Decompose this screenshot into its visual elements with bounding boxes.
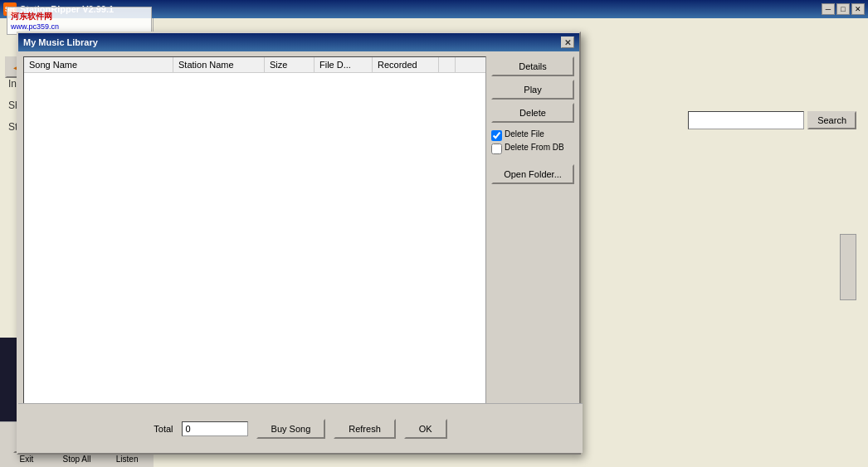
- play-button[interactable]: Play: [491, 80, 574, 100]
- col-station-name[interactable]: Station Name: [173, 57, 265, 72]
- modal-overlay: My Music Library ✕ Song Name Station Nam…: [0, 0, 868, 467]
- modal-sidebar: Details Play Delete Delete File D: [491, 56, 574, 448]
- refresh-button[interactable]: Refresh: [334, 419, 396, 439]
- open-folder-button[interactable]: Open Folder...: [491, 164, 574, 184]
- buy-song-button[interactable]: Buy Song: [256, 419, 326, 439]
- modal-list-area: Song Name Station Name Size File D... Re…: [23, 56, 486, 448]
- modal-list-content: [24, 73, 485, 447]
- delete-file-label: Delete File: [505, 129, 544, 139]
- delete-from-db-checkbox[interactable]: [491, 144, 502, 154]
- modal-body: Song Name Station Name Size File D... Re…: [18, 51, 579, 453]
- delete-from-db-checkbox-item: Delete From DB: [491, 143, 574, 154]
- col-file-date[interactable]: File D...: [315, 57, 373, 72]
- delete-button[interactable]: Delete: [491, 103, 574, 123]
- modal-titlebar: My Music Library ✕: [18, 33, 579, 51]
- modal-title: My Music Library: [23, 37, 98, 47]
- delete-file-checkbox[interactable]: [491, 130, 502, 141]
- checkbox-area: Delete File Delete From DB: [491, 129, 574, 154]
- col-recorded[interactable]: Recorded: [373, 57, 439, 72]
- col-extra[interactable]: [439, 57, 456, 72]
- music-library-dialog: My Music Library ✕ Song Name Station Nam…: [17, 32, 581, 455]
- ok-button[interactable]: OK: [404, 419, 447, 439]
- modal-list-header: Song Name Station Name Size File D... Re…: [24, 57, 485, 73]
- col-song-name[interactable]: Song Name: [24, 57, 173, 72]
- modal-close-button[interactable]: ✕: [561, 36, 574, 48]
- delete-from-db-label: Delete From DB: [505, 143, 564, 152]
- total-label: Total: [154, 424, 173, 434]
- details-button[interactable]: Details: [491, 56, 574, 76]
- total-value: 0: [182, 421, 248, 436]
- modal-footer: Total 0 Buy Song Refresh OK: [18, 403, 583, 453]
- col-size[interactable]: Size: [265, 57, 315, 72]
- delete-file-checkbox-item: Delete File: [491, 129, 574, 141]
